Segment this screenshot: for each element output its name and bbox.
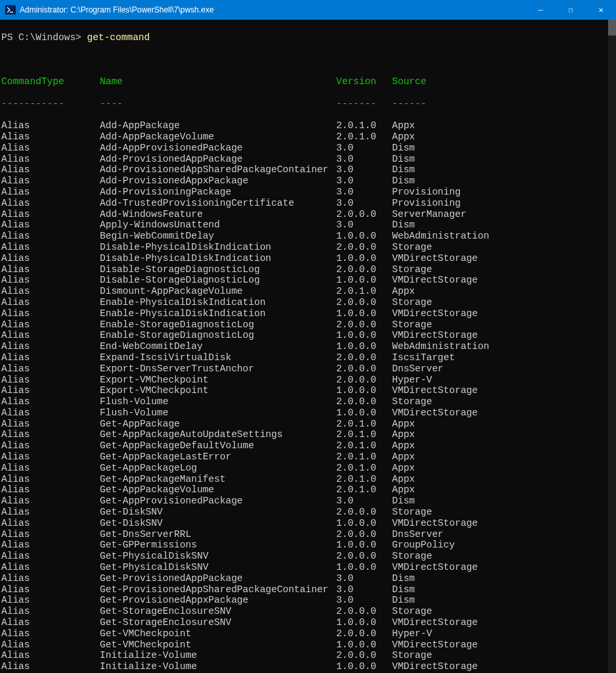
cell-commandtype: Alias bbox=[1, 484, 100, 496]
cell-source: Dism bbox=[392, 175, 415, 187]
scrollbar-thumb[interactable] bbox=[608, 20, 616, 35]
cell-version: 2.0.0.0 bbox=[336, 606, 392, 617]
cell-name: Get-DnsServerRRL bbox=[100, 529, 336, 540]
header-version: Version bbox=[336, 76, 392, 87]
cell-source: Dism bbox=[392, 164, 415, 175]
terminal-output[interactable]: PS C:\Windows> get-command CommandTypeNa… bbox=[0, 20, 616, 673]
cell-version: 2.0.0.0 bbox=[336, 507, 392, 518]
cell-source: Provisioning bbox=[392, 198, 460, 209]
cell-version: 2.0.0.0 bbox=[336, 650, 392, 661]
cell-version: 2.0.1.0 bbox=[336, 429, 392, 440]
table-row: AliasEnable-PhysicalDiskIndication1.0.0.… bbox=[1, 308, 616, 319]
cell-commandtype: Alias bbox=[1, 385, 100, 396]
cell-name: Export-DnsServerTrustAnchor bbox=[100, 363, 336, 375]
table-row: AliasGet-GPPermissions1.0.0.0GroupPolicy bbox=[1, 540, 616, 551]
table-row: AliasInitialize-Volume1.0.0.0VMDirectSto… bbox=[1, 661, 616, 672]
table-row: AliasGet-AppPackageLastError2.0.1.0Appx bbox=[1, 452, 616, 463]
cell-name: Get-DiskSNV bbox=[100, 507, 336, 518]
cell-commandtype: Alias bbox=[1, 440, 100, 452]
table-row: AliasGet-VMCheckpoint2.0.0.0Hyper-V bbox=[1, 628, 616, 639]
table-row: AliasAdd-WindowsFeature2.0.0.0ServerMana… bbox=[1, 209, 616, 220]
table-row: AliasGet-AppPackageLog2.0.1.0Appx bbox=[1, 463, 616, 474]
close-button[interactable]: ✕ bbox=[586, 0, 616, 20]
cell-name: Add-AppPackage bbox=[100, 120, 336, 131]
table-row: AliasGet-AppPackage2.0.1.0Appx bbox=[1, 419, 616, 430]
cell-commandtype: Alias bbox=[1, 650, 100, 661]
table-row: AliasExport-VMCheckpoint1.0.0.0VMDirectS… bbox=[1, 385, 616, 396]
cell-source: Hyper-V bbox=[392, 375, 432, 386]
minimize-button[interactable]: ─ bbox=[525, 0, 556, 20]
cell-source: Appx bbox=[392, 463, 415, 474]
table-row: AliasGet-AppPackageDefaultVolume2.0.1.0A… bbox=[1, 440, 616, 452]
maximize-button[interactable]: □ bbox=[556, 0, 586, 20]
table-row: AliasAdd-AppProvisionedPackage3.0Dism bbox=[1, 143, 616, 154]
cell-source: Appx bbox=[392, 286, 415, 297]
cell-name: Flush-Volume bbox=[100, 407, 336, 419]
cell-name: Get-StorageEnclosureSNV bbox=[100, 617, 336, 628]
cell-commandtype: Alias bbox=[1, 175, 100, 187]
table-row: AliasEnable-PhysicalDiskIndication2.0.0.… bbox=[1, 297, 616, 308]
prompt-command: get-command bbox=[87, 32, 150, 43]
cell-name: Disable-PhysicalDiskIndication bbox=[100, 242, 336, 253]
cell-source: Hyper-V bbox=[392, 628, 432, 639]
cell-source: Storage bbox=[392, 242, 432, 253]
cell-source: Dism bbox=[392, 584, 415, 595]
cell-commandtype: Alias bbox=[1, 407, 100, 419]
cell-name: Get-VMCheckpoint bbox=[100, 628, 336, 639]
cell-source: Dism bbox=[392, 573, 415, 584]
cell-source: Storage bbox=[392, 396, 432, 407]
cell-name: Expand-IscsiVirtualDisk bbox=[100, 352, 336, 363]
cell-source: Storage bbox=[392, 319, 432, 331]
cell-source: VMDirectStorage bbox=[392, 253, 478, 264]
vertical-scrollbar[interactable] bbox=[608, 20, 616, 673]
cell-version: 2.0.0.0 bbox=[336, 551, 392, 562]
cell-version: 3.0 bbox=[336, 496, 392, 507]
cell-commandtype: Alias bbox=[1, 463, 100, 474]
cell-name: Get-AppPackageVolume bbox=[100, 484, 336, 496]
cell-commandtype: Alias bbox=[1, 297, 100, 308]
cell-version: 2.0.0.0 bbox=[336, 375, 392, 386]
cell-commandtype: Alias bbox=[1, 120, 100, 131]
cell-version: 2.0.1.0 bbox=[336, 419, 392, 430]
cell-source: VMDirectStorage bbox=[392, 275, 478, 286]
table-row: AliasGet-ProvisionedAppSharedPackageCont… bbox=[1, 584, 616, 595]
table-row: AliasGet-PhysicalDiskSNV2.0.0.0Storage bbox=[1, 551, 616, 562]
cell-version: 2.0.1.0 bbox=[336, 131, 392, 143]
cell-source: VMDirectStorage bbox=[392, 407, 478, 419]
cell-version: 3.0 bbox=[336, 595, 392, 606]
table-row: AliasGet-StorageEnclosureSNV2.0.0.0Stora… bbox=[1, 606, 616, 617]
cell-commandtype: Alias bbox=[1, 529, 100, 540]
cell-commandtype: Alias bbox=[1, 242, 100, 253]
header-source: Source bbox=[392, 76, 426, 87]
table-row: AliasDisable-StorageDiagnosticLog2.0.0.0… bbox=[1, 264, 616, 275]
table-row: AliasAdd-ProvisioningPackage3.0Provision… bbox=[1, 187, 616, 198]
cell-version: 2.0.0.0 bbox=[336, 396, 392, 407]
table-row: AliasAdd-AppPackage2.0.1.0Appx bbox=[1, 120, 616, 131]
cell-commandtype: Alias bbox=[1, 253, 100, 264]
cell-version: 2.0.1.0 bbox=[336, 286, 392, 297]
cell-version: 3.0 bbox=[336, 220, 392, 231]
cell-version: 1.0.0.0 bbox=[336, 385, 392, 396]
cell-version: 3.0 bbox=[336, 198, 392, 209]
cell-commandtype: Alias bbox=[1, 352, 100, 363]
svg-rect-0 bbox=[5, 5, 16, 14]
table-row: AliasGet-DiskSNV1.0.0.0VMDirectStorage bbox=[1, 518, 616, 529]
cell-name: Apply-WindowsUnattend bbox=[100, 220, 336, 231]
table-row: AliasGet-VMCheckpoint1.0.0.0VMDirectStor… bbox=[1, 639, 616, 651]
cell-source: Dism bbox=[392, 154, 415, 165]
cell-source: Provisioning bbox=[392, 187, 460, 198]
cell-version: 3.0 bbox=[336, 143, 392, 154]
table-row: AliasGet-ProvisionedAppxPackage3.0Dism bbox=[1, 595, 616, 606]
cell-version: 1.0.0.0 bbox=[336, 231, 392, 242]
cell-version: 2.0.1.0 bbox=[336, 474, 392, 485]
cell-commandtype: Alias bbox=[1, 540, 100, 551]
cell-commandtype: Alias bbox=[1, 264, 100, 275]
powershell-icon bbox=[5, 5, 16, 15]
cell-source: VMDirectStorage bbox=[392, 330, 478, 341]
cell-commandtype: Alias bbox=[1, 496, 100, 507]
table-row: AliasGet-PhysicalDiskSNV1.0.0.0VMDirectS… bbox=[1, 562, 616, 573]
cell-name: Export-VMCheckpoint bbox=[100, 385, 336, 396]
cell-version: 1.0.0.0 bbox=[336, 540, 392, 551]
cell-version: 1.0.0.0 bbox=[336, 275, 392, 286]
cell-version: 2.0.0.0 bbox=[336, 363, 392, 375]
